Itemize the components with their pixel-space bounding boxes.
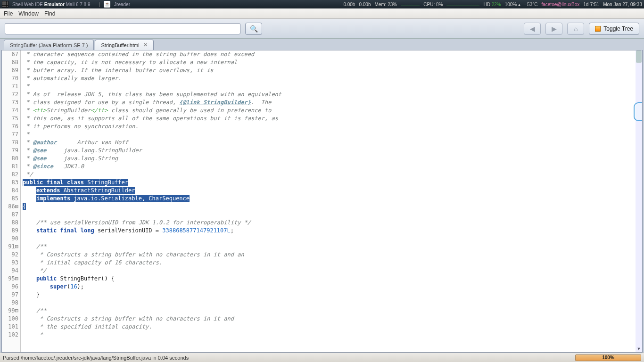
cpu-label: CPU: 8% <box>423 2 443 7</box>
line-number: 85 <box>2 195 18 203</box>
line-number: 69 <box>2 66 18 74</box>
java-icon: ☕ <box>104 1 110 8</box>
taskbar-item[interactable]: 7 <box>80 2 83 7</box>
net-down: 0.00b <box>343 2 355 7</box>
line-number: 102 <box>2 331 18 339</box>
line-number: 86⊟ <box>2 203 18 211</box>
line-number: 90 <box>2 235 18 243</box>
line-number: 93 <box>2 259 18 267</box>
taskbar-item[interactable]: IDE <box>35 2 44 7</box>
tab[interactable]: StringBuffer.html✕ <box>95 40 153 50</box>
line-number: 84 <box>2 187 18 195</box>
close-icon[interactable]: ✕ <box>143 42 148 48</box>
toggle-tree-button[interactable]: Toggle Tree <box>589 23 639 35</box>
line-number: 87 <box>2 211 18 219</box>
line-number-gutter: 6768697071727374757677787980818283848586… <box>2 50 21 352</box>
line-number: 72 <box>2 90 18 99</box>
net-up: 0.00b <box>359 2 371 7</box>
code-line: * @see java.lang.String <box>21 155 642 163</box>
taskbar-item[interactable]: 6 <box>76 2 80 7</box>
line-number: 96 <box>2 283 18 291</box>
temp-label: - 53°C <box>524 2 537 7</box>
code-line: * <box>21 131 642 139</box>
code-area[interactable]: * character sequence contained in the st… <box>21 50 642 352</box>
code-line <box>21 235 642 243</box>
menu-find[interactable]: Find <box>44 10 55 17</box>
line-number: 80 <box>2 155 18 163</box>
line-number: 78 <box>2 139 18 147</box>
app-title: Jreader <box>114 2 130 7</box>
nav-back-button[interactable]: ◀ <box>524 23 541 35</box>
code-line: * the capacity, it is not necessary to a… <box>21 58 642 66</box>
status-message: Parsed /home/facetoe/.jreader/src-jdk/ja… <box>3 355 189 361</box>
code-line: /** use serialVersionUID from JDK 1.0.2 … <box>21 219 642 227</box>
line-number: 81 <box>2 163 18 171</box>
line-number: 89 <box>2 227 18 235</box>
nav-home-button[interactable]: ⌂ <box>567 23 584 35</box>
taskbar-item[interactable]: Shell <box>12 2 24 7</box>
taskbar-item[interactable]: 9 <box>88 2 91 7</box>
taskbar-item[interactable]: Mail <box>66 2 76 7</box>
line-number: 82 <box>2 171 18 179</box>
line-number: 76 <box>2 123 18 131</box>
clock: Mon Jan 27, 09:33 <box>603 2 642 7</box>
taskbar-item[interactable]: Emulator <box>44 2 66 7</box>
mem-label: Mem: 23% <box>374 2 397 7</box>
code-line: implements java.io.Serializable, CharSeq… <box>21 195 642 203</box>
line-number: 95⊟ <box>2 275 18 283</box>
line-number: 99⊟ <box>2 307 18 315</box>
code-line: static final long serialVersionUID = 338… <box>21 227 642 235</box>
tree-icon <box>595 26 601 32</box>
progress-label: 100% <box>602 355 614 360</box>
line-number: 97 <box>2 291 18 299</box>
line-number: 83 <box>2 179 18 187</box>
line-number: 68 <box>2 58 18 66</box>
taskbar-item[interactable]: 8 <box>84 2 88 7</box>
line-number: 101 <box>2 323 18 331</box>
user-host: facetoe@linuxBox <box>541 2 579 7</box>
code-line: * initial capacity of 16 characters. <box>21 259 642 267</box>
menu-window[interactable]: Window <box>18 10 39 17</box>
editor-pane: 6768697071727374757677787980818283848586… <box>1 50 643 353</box>
code-line: * buffer array. If the internal buffer o… <box>21 66 642 74</box>
workspace-switcher-icon[interactable] <box>2 1 8 8</box>
line-number: 70 <box>2 74 18 82</box>
line-number: 74 <box>2 107 18 115</box>
scrollbar-thumb[interactable] <box>636 50 642 63</box>
code-line: * Constructs a string buffer with no cha… <box>21 251 642 259</box>
code-line: * @since JDK1.0 <box>21 163 642 171</box>
code-line: * As of release JDK 5, this class has be… <box>21 90 642 99</box>
code-line: /** <box>21 307 642 315</box>
code-line <box>21 211 642 219</box>
line-number: 77 <box>2 131 18 139</box>
code-line: * this one, as it supports all of the sa… <box>21 115 642 123</box>
code-line: public final class StringBuffer <box>21 179 642 187</box>
code-line: } <box>21 291 642 299</box>
code-line: super(16); <box>21 283 642 291</box>
hd-label: HD 22% <box>483 2 501 7</box>
line-number: 91⊟ <box>2 243 18 251</box>
line-number: 67 <box>2 50 18 58</box>
search-button[interactable]: 🔍 <box>245 23 262 35</box>
line-number: 79 <box>2 147 18 155</box>
code-line: */ <box>21 267 642 275</box>
back-icon: ◀ <box>530 25 535 33</box>
tab[interactable]: StringBuffer (Java Platform SE 7 ) <box>4 40 94 50</box>
code-line: * character sequence contained in the st… <box>21 50 642 58</box>
overview-marker <box>634 102 642 121</box>
code-line: * automatically made larger. <box>21 74 642 82</box>
vertical-scrollbar[interactable]: ▲ ▼ <box>636 50 642 352</box>
taskbar-item[interactable]: Web <box>24 2 35 7</box>
code-line <box>21 299 642 307</box>
scroll-down-icon[interactable]: ▼ <box>636 346 642 352</box>
search-input[interactable] <box>5 23 240 34</box>
code-line: * the specified initial capacity. <box>21 323 642 331</box>
line-number: 73 <box>2 99 18 107</box>
menu-file[interactable]: File <box>4 10 13 17</box>
line-number: 98 <box>2 299 18 307</box>
code-line: * <tt>StringBuilder</tt> class should ge… <box>21 107 642 115</box>
progress-bar: 100% <box>575 354 641 361</box>
line-number: 71 <box>2 82 18 90</box>
nav-forward-button[interactable]: ▶ <box>545 23 562 35</box>
code-line: public StringBuffer() { <box>21 275 642 283</box>
